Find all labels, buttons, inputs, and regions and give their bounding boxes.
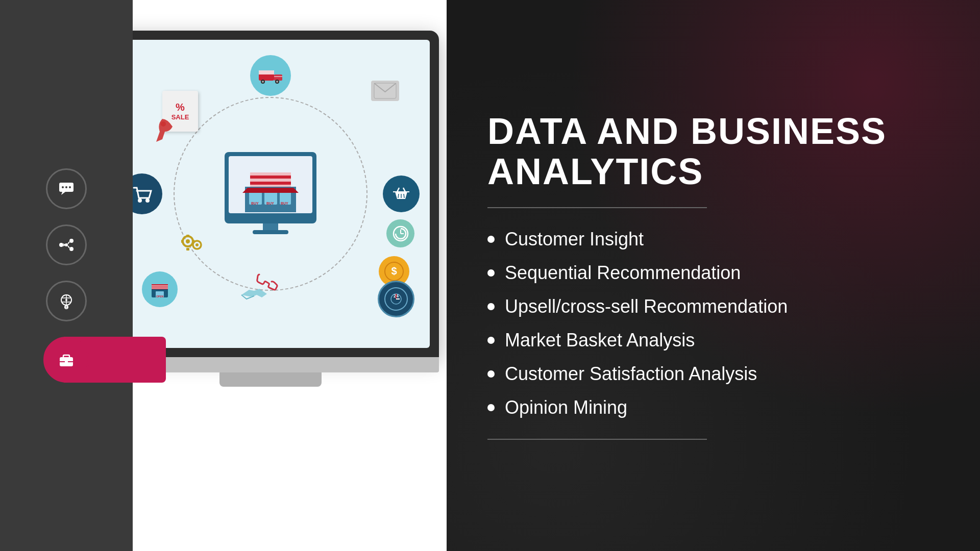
delivery-truck-icon xyxy=(250,55,291,96)
svg-rect-43 xyxy=(259,70,274,74)
bullet-item-4: Customer Satisfaction Analysis xyxy=(487,363,939,385)
svg-line-11 xyxy=(68,242,69,244)
svg-line-51 xyxy=(398,194,399,198)
envelope-icon xyxy=(371,81,399,101)
bullet-item-1: Sequential Recommendation xyxy=(487,262,939,284)
bullet-item-0: Customer Insight xyxy=(487,229,939,250)
svg-point-6 xyxy=(69,239,74,243)
right-content: DATA AND BUSINESS ANALYTICS Customer Ins… xyxy=(487,111,939,440)
laptop-container: BUY BUY BUY xyxy=(102,31,439,388)
bullet-dot-0 xyxy=(487,236,495,243)
bullet-text-2: Upsell/cross-sell Recommendation xyxy=(505,296,788,317)
svg-text:•→•: •→• xyxy=(60,243,67,248)
svg-rect-23 xyxy=(63,355,69,358)
svg-marker-4 xyxy=(61,192,65,195)
gears-icon xyxy=(178,229,206,256)
svg-rect-25 xyxy=(65,361,68,363)
svg-point-3 xyxy=(69,186,71,188)
right-panel: DATA AND BUSINESS ANALYTICS Customer Ins… xyxy=(447,0,980,551)
svg-point-7 xyxy=(69,247,74,251)
bullet-dot-3 xyxy=(487,337,495,344)
monitor-svg: BUY BUY BUY xyxy=(219,147,322,239)
svg-rect-31 xyxy=(250,172,291,176)
bullet-text-0: Customer Insight xyxy=(505,229,644,250)
svg-point-48 xyxy=(262,81,264,83)
svg-line-53 xyxy=(404,194,404,198)
svg-point-20 xyxy=(65,299,67,301)
sidebar: •→• xyxy=(0,0,133,551)
basket-icon xyxy=(383,176,420,212)
left-panel: •→• xyxy=(0,0,447,551)
svg-text:BUY: BUY xyxy=(251,202,259,205)
svg-rect-26 xyxy=(263,223,278,231)
timer-icon xyxy=(386,219,414,247)
workflow-icon: •→• xyxy=(57,236,76,254)
sidebar-item-wrapper-business xyxy=(43,337,89,383)
laptop-screen: BUY BUY BUY xyxy=(111,40,430,348)
svg-rect-66 xyxy=(152,285,168,287)
bullet-item-5: Opinion Mining xyxy=(487,397,939,418)
center-monitor: BUY BUY BUY xyxy=(219,147,322,241)
bullet-item-2: Upsell/cross-sell Recommendation xyxy=(487,296,939,317)
sidebar-item-business[interactable] xyxy=(43,337,89,383)
svg-point-70 xyxy=(138,198,142,203)
sidebar-item-insights[interactable] xyxy=(46,281,87,321)
svg-marker-41 xyxy=(242,188,299,193)
sidebar-item-workflow[interactable]: •→• xyxy=(46,224,87,265)
svg-point-72 xyxy=(161,121,166,127)
svg-rect-80 xyxy=(192,240,194,243)
svg-rect-77 xyxy=(186,235,189,237)
sidebar-item-wrapper-insights xyxy=(46,281,87,321)
sidebar-item-wrapper-workflow: •→• xyxy=(46,224,87,265)
bullet-item-3: Market Basket Analysis xyxy=(487,330,939,351)
svg-point-74 xyxy=(186,239,190,243)
svg-line-12 xyxy=(68,246,69,248)
svg-text:$: $ xyxy=(391,265,397,277)
store-open-icon: OPEN xyxy=(142,271,178,307)
svg-text:OPEN: OPEN xyxy=(156,295,164,298)
svg-rect-44 xyxy=(274,74,282,81)
svg-point-71 xyxy=(145,198,150,203)
svg-rect-27 xyxy=(253,230,288,234)
ecommerce-illustration: BUY BUY BUY xyxy=(111,40,430,348)
bullet-list: Customer InsightSequential Recommendatio… xyxy=(487,229,939,418)
bullet-text-3: Market Basket Analysis xyxy=(505,330,695,351)
wrench-icon xyxy=(152,116,178,149)
svg-rect-67 xyxy=(152,287,168,289)
svg-point-2 xyxy=(65,186,67,188)
sidebar-item-wrapper-chat xyxy=(46,168,87,209)
bullet-dot-1 xyxy=(487,269,495,277)
bottom-divider xyxy=(487,439,707,440)
svg-point-76 xyxy=(195,243,199,246)
chat-icon xyxy=(57,180,76,198)
svg-rect-32 xyxy=(250,179,291,182)
svg-point-49 xyxy=(276,81,278,83)
svg-rect-78 xyxy=(186,248,189,251)
bullet-text-4: Customer Satisfaction Analysis xyxy=(505,363,757,385)
svg-point-1 xyxy=(62,186,64,188)
bullet-dot-5 xyxy=(487,404,495,411)
24hour-icon: 24 xyxy=(378,281,414,317)
bullet-text-1: Sequential Recommendation xyxy=(505,262,741,284)
laptop-body: BUY BUY BUY xyxy=(102,31,439,357)
laptop-stand xyxy=(219,372,322,387)
sidebar-item-chat[interactable] xyxy=(46,168,87,209)
bullet-dot-4 xyxy=(487,370,495,378)
briefcase-icon xyxy=(57,350,76,369)
svg-text:BUY: BUY xyxy=(266,202,274,205)
bullet-text-5: Opinion Mining xyxy=(505,397,627,418)
svg-rect-79 xyxy=(181,240,184,243)
bullet-dot-2 xyxy=(487,303,495,310)
brain-icon xyxy=(57,292,76,310)
svg-text:BUY: BUY xyxy=(281,202,288,205)
main-title: DATA AND BUSINESS ANALYTICS xyxy=(487,111,939,192)
handshake-icon xyxy=(239,280,275,307)
top-divider xyxy=(487,207,707,208)
